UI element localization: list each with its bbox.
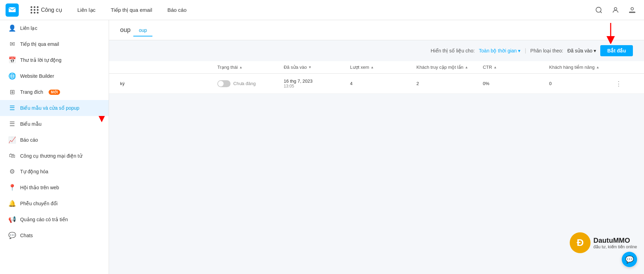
sidebar-item-chats[interactable]: 💬 Chats <box>0 227 109 243</box>
chevron-down-icon-2: ▾ <box>594 48 596 53</box>
row-date: 16 thg 7, 2023 <box>284 78 350 84</box>
sidebar-item-bieu-mau-popup[interactable]: ☰ Biểu mẫu và cửa sổ popup <box>0 100 109 116</box>
row-unique: 2 <box>417 81 483 86</box>
sidebar-item-pheu-chuyen-doi[interactable]: 🔔 Phễu chuyển đổi <box>0 196 109 211</box>
sidebar-label-tu-dong-hoa: Tự động hóa <box>20 169 48 174</box>
toggle-knob <box>218 81 224 86</box>
sidebar-item-hoi-thao[interactable]: 📍 Hội thảo trên web <box>0 180 109 196</box>
svg-point-3 <box>631 7 633 10</box>
search-icon-btn[interactable] <box>593 4 605 16</box>
watermark-brand: DautuMMO <box>593 236 637 244</box>
col-header-status[interactable]: Trạng thái ▲ <box>217 65 284 70</box>
sidebar-item-bao-cao[interactable]: 📈 Báo cáo <box>0 132 109 148</box>
data-table: Trạng thái ▲ Đã sửa vào ▼ Lượt xem ▲ Khá… <box>109 61 644 94</box>
classify-btn[interactable]: Đã sửa vào ▾ <box>567 48 596 53</box>
row-actions[interactable]: ⋮ <box>616 80 633 88</box>
top-navigation: Công cụ Liên lạc Tiếp thị qua email Báo … <box>0 0 644 20</box>
col-header-ctr[interactable]: CTR ▲ <box>483 65 549 70</box>
user-icon-btn[interactable] <box>626 4 638 16</box>
main-content: oup oup Hiển thị số liệu cho: Toàn bộ th… <box>109 20 644 274</box>
email-icon: ✉ <box>8 40 16 48</box>
nav-right <box>593 4 638 16</box>
filter-prefix: Hiển thị số liệu cho: <box>431 48 475 53</box>
table-row: ký Chưa đăng 16 thg 7, 2023 13:05 4 2 0% <box>109 74 644 94</box>
svg-rect-4 <box>629 12 635 13</box>
sidebar-label-trang-dich: Trang đích <box>20 89 43 95</box>
table-header: Trạng thái ▲ Đã sửa vào ▼ Lượt xem ▲ Khá… <box>109 61 644 74</box>
chat-icon: 💬 <box>8 232 16 239</box>
sidebar-item-bieu-mau[interactable]: ☰ Biểu mẫu <box>0 116 109 132</box>
list-icon: ☰ <box>8 120 16 128</box>
sidebar-item-quang-cao[interactable]: 📢 Quảng cáo có trả tiền <box>0 211 109 227</box>
watermark-text-block: DautuMMO đầu tư, kiếm tiền online <box>593 236 637 249</box>
row-edited: 16 thg 7, 2023 13:05 <box>284 78 350 89</box>
col-header-name <box>120 65 217 70</box>
sidebar-label-hoi-thao: Hội thảo trên web <box>20 185 59 190</box>
form-icon: ☰ <box>8 104 16 112</box>
filter-time-btn[interactable]: Toàn bộ thời gian ▾ <box>479 48 520 53</box>
sidebar-label-bao-cao: Báo cáo <box>20 137 38 143</box>
sidebar-label-lien-lac: Liên lạc <box>20 25 37 31</box>
ads-icon: 📢 <box>8 216 16 223</box>
sidebar-label-tiep-thi: Tiếp thị qua email <box>20 41 59 47</box>
svg-line-1 <box>600 11 602 13</box>
app-logo <box>6 3 19 17</box>
sidebar: 👤 Liên lạc ✉ Tiếp thị qua email 📅 Thư tr… <box>0 20 109 274</box>
watermark-circle: Đ <box>570 232 591 253</box>
row-status: Chưa đăng <box>217 80 284 87</box>
row-views: 4 <box>350 81 416 86</box>
chart-icon: 📈 <box>8 136 16 144</box>
col-header-views[interactable]: Lượt xem ▲ <box>350 65 416 70</box>
chat-bubble-icon: 💬 <box>625 255 634 264</box>
sidebar-label-cong-cu-thuong-mai: Công cụ thương mại điện tử <box>20 153 82 159</box>
sidebar-item-thu-tra-loi[interactable]: 📅 Thư trả lời tự động <box>0 52 109 68</box>
tab-oup[interactable]: oup <box>133 25 152 36</box>
sidebar-label-bieu-mau: Biểu mẫu <box>20 121 42 127</box>
gear-icon: ⚙ <box>8 168 16 175</box>
apps-menu[interactable]: Công cụ <box>27 4 66 16</box>
sidebar-item-cong-cu-thuong-mai[interactable]: 🛍 Công cụ thương mại điện tử <box>0 148 109 164</box>
profile-icon-btn[interactable] <box>609 4 622 16</box>
grid-icon <box>31 6 39 14</box>
sort-arrow-status: ▲ <box>239 65 243 69</box>
apps-label: Công cụ <box>41 7 62 13</box>
sidebar-item-trang-dich[interactable]: ⊞ Trang đích MỚI <box>0 84 109 100</box>
nav-lien-lac[interactable]: Liên lạc <box>74 5 99 15</box>
toolbar-row: Hiển thị số liệu cho: Toàn bộ thời gian … <box>109 40 644 61</box>
nav-tiep-thi[interactable]: Tiếp thị qua email <box>107 5 156 15</box>
sidebar-item-website-builder[interactable]: 🌐 Website Builder <box>0 68 109 84</box>
sidebar-item-lien-lac[interactable]: 👤 Liên lạc <box>0 20 109 36</box>
col-header-edited[interactable]: Đã sửa vào ▼ <box>284 65 350 70</box>
start-button[interactable]: Bắt đầu <box>600 45 633 56</box>
separator: | <box>525 48 526 54</box>
svg-point-0 <box>596 7 601 12</box>
col-header-unique[interactable]: Khách truy cập một lần ▲ <box>417 65 483 70</box>
shopping-icon: 🛍 <box>8 152 16 159</box>
layout-icon: ⊞ <box>8 88 16 96</box>
status-label: Chưa đăng <box>233 81 256 86</box>
sidebar-label-pheu-chuyen-doi: Phễu chuyển đổi <box>20 201 58 206</box>
chevron-down-icon: ▾ <box>518 48 520 53</box>
sidebar-item-tiep-thi[interactable]: ✉ Tiếp thị qua email <box>0 36 109 52</box>
sidebar-label-chats: Chats <box>20 233 33 238</box>
page-top-bar: oup oup <box>109 20 644 40</box>
sort-arrow-unique: ▲ <box>465 65 468 69</box>
sidebar-item-tu-dong-hoa[interactable]: ⚙ Tự động hóa <box>0 164 109 180</box>
main-layout: 👤 Liên lạc ✉ Tiếp thị qua email 📅 Thư tr… <box>0 20 644 274</box>
tab-bar: oup <box>133 24 152 36</box>
page-title: oup <box>120 26 131 34</box>
three-dots-icon[interactable]: ⋮ <box>616 80 622 87</box>
row-leads: 0 <box>549 81 616 86</box>
nav-bao-cao[interactable]: Báo cáo <box>164 5 190 15</box>
sort-arrow-views: ▲ <box>370 65 374 69</box>
sidebar-label-quang-cao: Quảng cáo có trả tiền <box>20 217 68 222</box>
classify-prefix: Phân loại theo: <box>530 48 563 53</box>
globe-icon: 🌐 <box>8 72 16 80</box>
calendar-icon: 📅 <box>8 56 16 64</box>
col-header-leads[interactable]: Khách hàng tiềm năng ▲ <box>549 65 616 70</box>
status-toggle[interactable] <box>217 80 231 87</box>
sort-arrow-leads: ▲ <box>596 65 600 69</box>
row-ctr: 0% <box>483 81 549 86</box>
watermark: Đ DautuMMO đầu tư, kiếm tiền online <box>570 232 637 253</box>
chat-bubble-btn[interactable]: 💬 <box>622 252 637 267</box>
